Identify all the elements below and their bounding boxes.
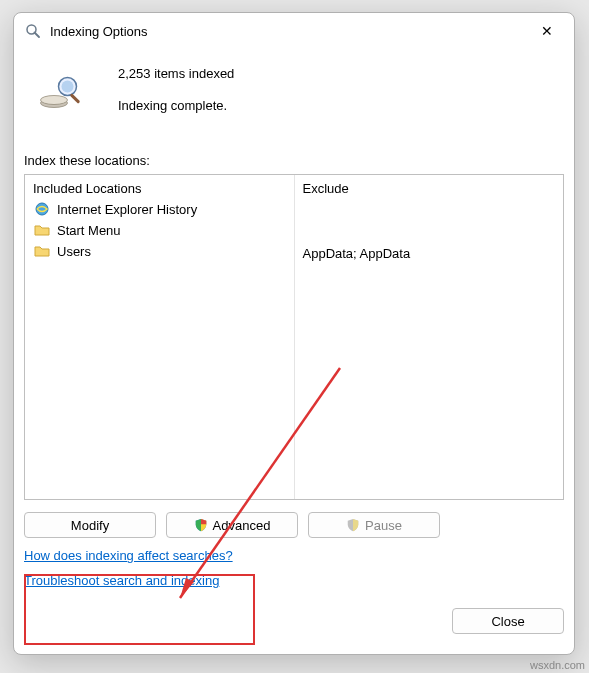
included-header: Included Locations (33, 181, 286, 196)
list-item[interactable]: Users (33, 242, 286, 260)
shield-icon (346, 518, 360, 532)
list-item[interactable]: Internet Explorer History (33, 200, 286, 218)
list-item[interactable]: Start Menu (33, 221, 286, 239)
dialog-content: 2,253 items indexed Indexing complete. I… (14, 49, 574, 654)
advanced-button[interactable]: Advanced (166, 512, 298, 538)
advanced-label: Advanced (213, 518, 271, 533)
magnifier-icon (36, 73, 90, 121)
shield-icon (194, 518, 208, 532)
modify-button[interactable]: Modify (24, 512, 156, 538)
close-button[interactable]: Close (452, 608, 564, 634)
svg-rect-6 (70, 93, 81, 104)
how-link[interactable]: How does indexing affect searches? (24, 548, 233, 563)
indexing-icon (24, 22, 42, 40)
included-column: Included Locations Internet Explorer His… (25, 175, 295, 499)
locations-listbox[interactable]: Included Locations Internet Explorer His… (24, 174, 564, 500)
svg-line-1 (35, 33, 40, 38)
help-links: How does indexing affect searches? Troub… (24, 548, 564, 598)
exclude-value (303, 223, 556, 243)
locations-label: Index these locations: (24, 153, 564, 168)
action-buttons-row: Modify Advanced Pause (24, 512, 564, 538)
location-label: Users (57, 244, 91, 259)
svg-point-3 (41, 96, 68, 105)
troubleshoot-link[interactable]: Troubleshoot search and indexing (24, 573, 219, 588)
bottom-row: Close (24, 608, 564, 634)
exclude-value (303, 200, 556, 220)
status-row: 2,253 items indexed Indexing complete. (24, 61, 564, 129)
indexing-status: Indexing complete. (118, 97, 234, 115)
pause-label: Pause (365, 518, 402, 533)
folder-icon (33, 242, 51, 260)
exclude-column: Exclude AppData; AppData (295, 175, 564, 499)
location-label: Internet Explorer History (57, 202, 197, 217)
exclude-value: AppData; AppData (303, 246, 556, 266)
location-label: Start Menu (57, 223, 121, 238)
ie-history-icon (33, 200, 51, 218)
close-icon[interactable]: ✕ (526, 17, 568, 45)
pause-button: Pause (308, 512, 440, 538)
indexing-options-dialog: Indexing Options ✕ 2,253 items indexed I… (13, 12, 575, 655)
items-indexed-count: 2,253 items indexed (118, 65, 234, 83)
folder-icon (33, 221, 51, 239)
watermark: wsxdn.com (530, 659, 585, 671)
svg-point-5 (62, 81, 74, 93)
exclude-header: Exclude (303, 181, 556, 196)
dialog-title: Indexing Options (50, 24, 526, 39)
titlebar: Indexing Options ✕ (14, 13, 574, 49)
status-text: 2,253 items indexed Indexing complete. (118, 61, 234, 129)
